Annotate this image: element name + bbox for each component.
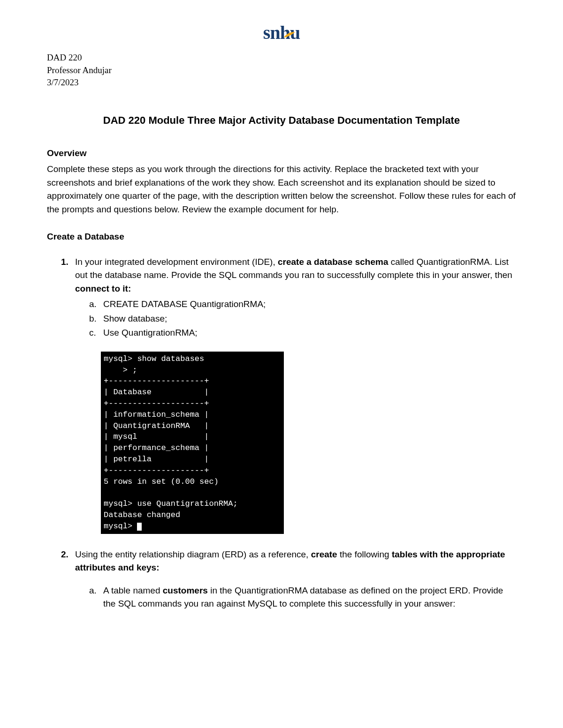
item-number: 1. xyxy=(61,255,68,269)
logo-container: snhu xyxy=(47,19,516,47)
item2-text: Using the entity relationship diagram (E… xyxy=(75,549,505,573)
document-date: 3/7/2023 xyxy=(47,76,516,89)
overview-heading: Overview xyxy=(47,147,516,160)
professor-name: Professor Andujar xyxy=(47,64,516,77)
item-number: 2. xyxy=(61,548,68,562)
instruction-item-1: 1. In your integrated development enviro… xyxy=(61,255,516,534)
document-title: DAD 220 Module Three Major Activity Data… xyxy=(47,113,516,128)
sub-item-1b: b. Show database; xyxy=(89,312,516,326)
sub-2a-text: A table named customers in the Quantigra… xyxy=(103,585,503,609)
sub-item-2a: a. A table named customers in the Quanti… xyxy=(89,584,516,611)
course-code: DAD 220 xyxy=(47,52,516,64)
leaf-icon xyxy=(283,18,296,46)
sub-list-1: a. CREATE DATABASE QuantigrationRMA; b. … xyxy=(75,298,516,340)
sub-item-1c: c. Use QuantigrationRMA; xyxy=(89,326,516,340)
instruction-item-2: 2. Using the entity relationship diagram… xyxy=(61,548,516,611)
logo-text: snhu xyxy=(263,22,300,43)
overview-text: Complete these steps as you work through… xyxy=(47,163,516,216)
snhu-logo: snhu xyxy=(263,19,300,47)
create-database-heading: Create a Database xyxy=(47,230,516,244)
item1-text: In your integrated development environme… xyxy=(75,257,512,293)
cursor-icon xyxy=(137,523,142,531)
sub-list-2: a. A table named customers in the Quanti… xyxy=(75,584,516,611)
header-info: DAD 220 Professor Andujar 3/7/2023 xyxy=(47,52,516,89)
terminal-screenshot: mysql> show databases > ; +-------------… xyxy=(101,352,284,534)
instructions-list: 1. In your integrated development enviro… xyxy=(47,255,516,611)
sub-item-1a: a. CREATE DATABASE QuantigrationRMA; xyxy=(89,298,516,311)
